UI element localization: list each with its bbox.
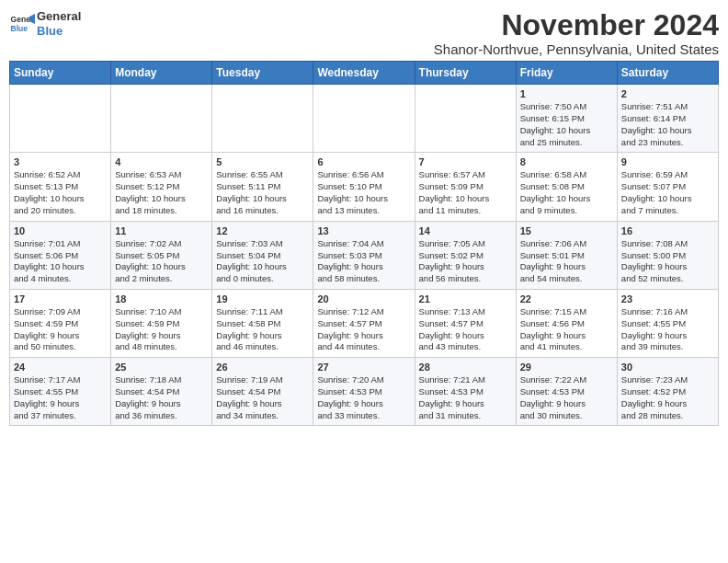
day-number: 15 bbox=[520, 225, 613, 236]
day-number: 24 bbox=[14, 362, 107, 373]
day-number: 23 bbox=[621, 293, 714, 304]
day-info: Sunrise: 7:08 AM Sunset: 5:00 PM Dayligh… bbox=[621, 238, 714, 285]
day-info: Sunrise: 7:15 AM Sunset: 4:56 PM Dayligh… bbox=[520, 306, 613, 353]
calendar-cell: 3Sunrise: 6:52 AM Sunset: 5:13 PM Daylig… bbox=[10, 153, 111, 221]
calendar-cell bbox=[111, 85, 212, 153]
calendar-cell: 16Sunrise: 7:08 AM Sunset: 5:00 PM Dayli… bbox=[617, 221, 718, 289]
weekday-header: Tuesday bbox=[212, 62, 313, 85]
day-number: 2 bbox=[621, 88, 714, 99]
day-info: Sunrise: 7:16 AM Sunset: 4:55 PM Dayligh… bbox=[621, 306, 714, 353]
calendar-week-row: 17Sunrise: 7:09 AM Sunset: 4:59 PM Dayli… bbox=[10, 289, 719, 357]
day-info: Sunrise: 7:21 AM Sunset: 4:53 PM Dayligh… bbox=[419, 374, 512, 421]
calendar-table: SundayMondayTuesdayWednesdayThursdayFrid… bbox=[9, 61, 719, 426]
day-info: Sunrise: 6:53 AM Sunset: 5:12 PM Dayligh… bbox=[115, 169, 208, 216]
day-info: Sunrise: 7:10 AM Sunset: 4:59 PM Dayligh… bbox=[115, 306, 208, 353]
page-header: General Blue General Blue November 2024 … bbox=[9, 9, 719, 57]
calendar-cell: 29Sunrise: 7:22 AM Sunset: 4:53 PM Dayli… bbox=[516, 358, 617, 426]
day-number: 30 bbox=[621, 362, 714, 373]
day-number: 26 bbox=[216, 362, 309, 373]
day-info: Sunrise: 7:04 AM Sunset: 5:03 PM Dayligh… bbox=[317, 238, 410, 285]
calendar-cell: 19Sunrise: 7:11 AM Sunset: 4:58 PM Dayli… bbox=[212, 289, 313, 357]
weekday-header: Saturday bbox=[617, 62, 718, 85]
calendar-cell: 7Sunrise: 6:57 AM Sunset: 5:09 PM Daylig… bbox=[415, 153, 516, 221]
logo-icon: General Blue bbox=[9, 11, 35, 37]
title-area: November 2024 Shanor-Northvue, Pennsylva… bbox=[434, 9, 719, 57]
day-number: 13 bbox=[317, 225, 410, 236]
day-info: Sunrise: 7:09 AM Sunset: 4:59 PM Dayligh… bbox=[14, 306, 107, 353]
day-info: Sunrise: 6:57 AM Sunset: 5:09 PM Dayligh… bbox=[419, 169, 512, 216]
weekday-header: Wednesday bbox=[313, 62, 415, 85]
day-number: 20 bbox=[317, 293, 410, 304]
day-number: 22 bbox=[520, 293, 613, 304]
calendar-cell: 15Sunrise: 7:06 AM Sunset: 5:01 PM Dayli… bbox=[516, 221, 617, 289]
month-title: November 2024 bbox=[434, 9, 719, 41]
calendar-cell: 17Sunrise: 7:09 AM Sunset: 4:59 PM Dayli… bbox=[10, 289, 111, 357]
day-number: 11 bbox=[115, 225, 208, 236]
location: Shanor-Northvue, Pennsylvania, United St… bbox=[434, 41, 719, 57]
day-number: 10 bbox=[14, 225, 107, 236]
day-info: Sunrise: 6:52 AM Sunset: 5:13 PM Dayligh… bbox=[14, 169, 107, 216]
calendar-cell: 18Sunrise: 7:10 AM Sunset: 4:59 PM Dayli… bbox=[111, 289, 212, 357]
calendar-cell: 27Sunrise: 7:20 AM Sunset: 4:53 PM Dayli… bbox=[313, 358, 415, 426]
day-info: Sunrise: 6:59 AM Sunset: 5:07 PM Dayligh… bbox=[621, 169, 714, 216]
calendar-cell: 14Sunrise: 7:05 AM Sunset: 5:02 PM Dayli… bbox=[415, 221, 516, 289]
calendar-cell: 9Sunrise: 6:59 AM Sunset: 5:07 PM Daylig… bbox=[617, 153, 718, 221]
calendar-cell: 13Sunrise: 7:04 AM Sunset: 5:03 PM Dayli… bbox=[313, 221, 415, 289]
day-info: Sunrise: 7:13 AM Sunset: 4:57 PM Dayligh… bbox=[419, 306, 512, 353]
day-number: 1 bbox=[520, 88, 613, 99]
calendar-cell: 11Sunrise: 7:02 AM Sunset: 5:05 PM Dayli… bbox=[111, 221, 212, 289]
day-number: 9 bbox=[621, 156, 714, 167]
day-number: 8 bbox=[520, 156, 613, 167]
day-info: Sunrise: 7:03 AM Sunset: 5:04 PM Dayligh… bbox=[216, 238, 309, 285]
day-number: 21 bbox=[419, 293, 512, 304]
day-info: Sunrise: 7:20 AM Sunset: 4:53 PM Dayligh… bbox=[317, 374, 410, 421]
day-number: 16 bbox=[621, 225, 714, 236]
calendar-cell: 12Sunrise: 7:03 AM Sunset: 5:04 PM Dayli… bbox=[212, 221, 313, 289]
day-info: Sunrise: 7:02 AM Sunset: 5:05 PM Dayligh… bbox=[115, 238, 208, 285]
day-info: Sunrise: 7:05 AM Sunset: 5:02 PM Dayligh… bbox=[419, 238, 512, 285]
day-number: 5 bbox=[216, 156, 309, 167]
calendar-cell: 30Sunrise: 7:23 AM Sunset: 4:52 PM Dayli… bbox=[617, 358, 718, 426]
calendar-cell: 1Sunrise: 7:50 AM Sunset: 6:15 PM Daylig… bbox=[516, 85, 617, 153]
svg-text:Blue: Blue bbox=[11, 23, 28, 32]
calendar-cell: 10Sunrise: 7:01 AM Sunset: 5:06 PM Dayli… bbox=[10, 221, 111, 289]
calendar-cell: 21Sunrise: 7:13 AM Sunset: 4:57 PM Dayli… bbox=[415, 289, 516, 357]
calendar-cell: 5Sunrise: 6:55 AM Sunset: 5:11 PM Daylig… bbox=[212, 153, 313, 221]
calendar-week-row: 24Sunrise: 7:17 AM Sunset: 4:55 PM Dayli… bbox=[10, 358, 719, 426]
day-number: 29 bbox=[520, 362, 613, 373]
weekday-header: Thursday bbox=[415, 62, 516, 85]
day-info: Sunrise: 7:17 AM Sunset: 4:55 PM Dayligh… bbox=[14, 374, 107, 421]
calendar-cell: 6Sunrise: 6:56 AM Sunset: 5:10 PM Daylig… bbox=[313, 153, 415, 221]
logo: General Blue General Blue bbox=[9, 9, 81, 38]
calendar-week-row: 3Sunrise: 6:52 AM Sunset: 5:13 PM Daylig… bbox=[10, 153, 719, 221]
day-info: Sunrise: 6:58 AM Sunset: 5:08 PM Dayligh… bbox=[520, 169, 613, 216]
weekday-header: Monday bbox=[111, 62, 212, 85]
day-info: Sunrise: 7:22 AM Sunset: 4:53 PM Dayligh… bbox=[520, 374, 613, 421]
day-number: 6 bbox=[317, 156, 410, 167]
calendar-cell: 25Sunrise: 7:18 AM Sunset: 4:54 PM Dayli… bbox=[111, 358, 212, 426]
day-info: Sunrise: 7:18 AM Sunset: 4:54 PM Dayligh… bbox=[115, 374, 208, 421]
day-number: 7 bbox=[419, 156, 512, 167]
day-info: Sunrise: 6:55 AM Sunset: 5:11 PM Dayligh… bbox=[216, 169, 309, 216]
day-number: 27 bbox=[317, 362, 410, 373]
calendar-cell bbox=[313, 85, 415, 153]
day-number: 12 bbox=[216, 225, 309, 236]
calendar-cell: 28Sunrise: 7:21 AM Sunset: 4:53 PM Dayli… bbox=[415, 358, 516, 426]
day-info: Sunrise: 7:12 AM Sunset: 4:57 PM Dayligh… bbox=[317, 306, 410, 353]
weekday-header: Friday bbox=[516, 62, 617, 85]
calendar-cell bbox=[10, 85, 111, 153]
calendar-cell: 22Sunrise: 7:15 AM Sunset: 4:56 PM Dayli… bbox=[516, 289, 617, 357]
day-info: Sunrise: 7:51 AM Sunset: 6:14 PM Dayligh… bbox=[621, 101, 714, 148]
day-info: Sunrise: 7:50 AM Sunset: 6:15 PM Dayligh… bbox=[520, 101, 613, 148]
day-info: Sunrise: 6:56 AM Sunset: 5:10 PM Dayligh… bbox=[317, 169, 410, 216]
calendar-cell: 20Sunrise: 7:12 AM Sunset: 4:57 PM Dayli… bbox=[313, 289, 415, 357]
day-info: Sunrise: 7:06 AM Sunset: 5:01 PM Dayligh… bbox=[520, 238, 613, 285]
calendar-cell: 2Sunrise: 7:51 AM Sunset: 6:14 PM Daylig… bbox=[617, 85, 718, 153]
day-info: Sunrise: 7:01 AM Sunset: 5:06 PM Dayligh… bbox=[14, 238, 107, 285]
day-number: 3 bbox=[14, 156, 107, 167]
day-number: 25 bbox=[115, 362, 208, 373]
calendar-cell: 26Sunrise: 7:19 AM Sunset: 4:54 PM Dayli… bbox=[212, 358, 313, 426]
weekday-header: Sunday bbox=[10, 62, 111, 85]
day-number: 17 bbox=[14, 293, 107, 304]
calendar-week-row: 10Sunrise: 7:01 AM Sunset: 5:06 PM Dayli… bbox=[10, 221, 719, 289]
